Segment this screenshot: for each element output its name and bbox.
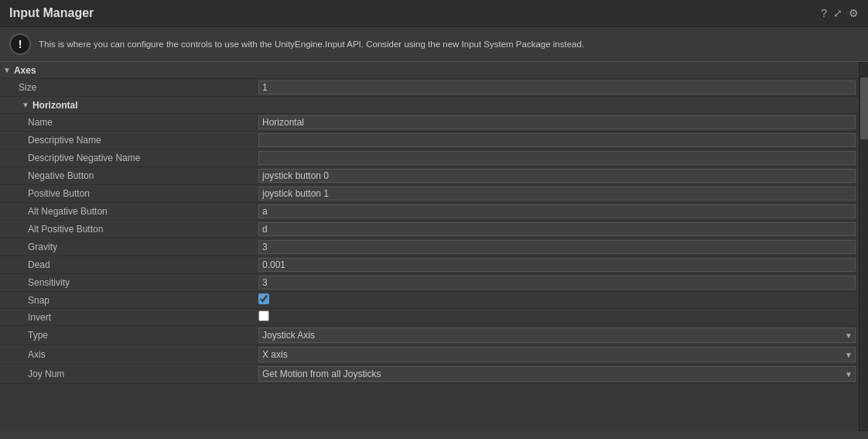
field-value-11 xyxy=(255,309,859,325)
field-label-2: Descriptive Negative Name xyxy=(0,150,255,166)
field-input-5[interactable] xyxy=(258,204,856,218)
field-label-14: Joy Num xyxy=(0,366,255,382)
field-row-12: TypeKey or Mouse ButtonMouse MovementJoy… xyxy=(0,326,859,345)
field-select-13[interactable]: X axisY axis3rd axis4th axis xyxy=(258,347,856,362)
field-label-10: Snap xyxy=(0,293,255,308)
horizontal-fields: NameDescriptive NameDescriptive Negative… xyxy=(0,114,859,384)
field-input-4[interactable] xyxy=(258,187,856,201)
warning-text: This is where you can configure the cont… xyxy=(39,39,584,49)
field-row-2: Descriptive Negative Name xyxy=(0,149,859,167)
field-value-4 xyxy=(255,185,859,202)
field-label-8: Dead xyxy=(0,257,255,273)
field-label-3: Negative Button xyxy=(0,168,255,183)
field-value-6 xyxy=(255,221,859,238)
field-value-13: X axisY axis3rd axis4th axis▼ xyxy=(255,345,859,364)
field-value-12: Key or Mouse ButtonMouse MovementJoystic… xyxy=(255,326,859,345)
field-input-1[interactable] xyxy=(258,133,856,147)
field-row-1: Descriptive Name xyxy=(0,132,859,149)
window-title: Input Manager xyxy=(9,6,94,20)
field-value-0 xyxy=(255,114,859,131)
field-value-9 xyxy=(255,274,859,291)
warning-bar: ! This is where you can configure the co… xyxy=(0,27,868,62)
field-value-3 xyxy=(255,167,859,184)
field-row-3: Negative Button xyxy=(0,167,859,185)
field-row-0: Name xyxy=(0,114,859,132)
field-row-11: Invert xyxy=(0,309,859,326)
field-label-12: Type xyxy=(0,328,255,343)
scrollbar[interactable] xyxy=(859,62,868,431)
field-row-14: Joy NumGet Motion from all JoysticksJoys… xyxy=(0,365,859,384)
size-label: Size xyxy=(0,80,255,95)
field-value-8 xyxy=(255,256,859,273)
size-row: Size xyxy=(0,79,859,97)
title-bar-actions: ? ⤢ ⚙ xyxy=(821,7,859,19)
axes-arrow-icon: ▼ xyxy=(3,66,11,74)
field-value-10 xyxy=(255,292,859,308)
field-row-5: Alt Negative Button xyxy=(0,203,859,221)
field-input-8[interactable] xyxy=(258,258,856,272)
field-label-13: Axis xyxy=(0,347,255,362)
field-row-4: Positive Button xyxy=(0,185,859,203)
field-row-13: AxisX axisY axis3rd axis4th axis▼ xyxy=(0,345,859,365)
field-label-5: Alt Negative Button xyxy=(0,204,255,219)
help-icon[interactable]: ? xyxy=(821,7,827,19)
field-value-7 xyxy=(255,238,859,256)
horizontal-section-header[interactable]: ▼ Horizontal xyxy=(0,97,859,114)
select-wrapper-12: Key or Mouse ButtonMouse MovementJoystic… xyxy=(258,328,856,343)
content-area: ▼ Axes Size ▼ Horizontal NameDescriptive… xyxy=(0,62,868,431)
field-label-4: Positive Button xyxy=(0,186,255,201)
field-row-7: Gravity xyxy=(0,238,859,256)
field-label-9: Sensitivity xyxy=(0,275,255,290)
field-value-14: Get Motion from all JoysticksJoystick 1J… xyxy=(255,365,859,383)
field-input-7[interactable] xyxy=(258,240,856,254)
field-row-6: Alt Positive Button xyxy=(0,221,859,238)
horizontal-label: Horizontal xyxy=(32,100,78,111)
field-value-2 xyxy=(255,149,859,166)
warning-icon: ! xyxy=(9,33,31,55)
size-value-container xyxy=(255,79,859,96)
resize-icon[interactable]: ⤢ xyxy=(833,7,842,19)
field-row-10: Snap xyxy=(0,292,859,309)
field-input-2[interactable] xyxy=(258,151,856,165)
axes-label: Axes xyxy=(14,65,36,76)
scrollbar-thumb[interactable] xyxy=(860,77,868,139)
field-checkbox-11[interactable] xyxy=(258,310,269,321)
select-wrapper-13: X axisY axis3rd axis4th axis▼ xyxy=(258,347,856,362)
field-row-9: Sensitivity xyxy=(0,274,859,292)
size-input[interactable] xyxy=(258,81,856,94)
field-label-6: Alt Positive Button xyxy=(0,221,255,237)
field-select-14[interactable]: Get Motion from all JoysticksJoystick 1J… xyxy=(258,366,856,382)
field-select-12[interactable]: Key or Mouse ButtonMouse MovementJoystic… xyxy=(258,328,856,343)
field-value-1 xyxy=(255,132,859,149)
field-label-7: Gravity xyxy=(0,239,255,255)
field-label-1: Descriptive Name xyxy=(0,132,255,148)
title-bar: Input Manager ? ⤢ ⚙ xyxy=(0,0,868,27)
settings-icon[interactable]: ⚙ xyxy=(849,7,859,19)
field-input-0[interactable] xyxy=(258,115,856,129)
field-input-9[interactable] xyxy=(258,276,856,290)
horizontal-arrow-icon: ▼ xyxy=(22,101,29,109)
inspector-panel: ▼ Axes Size ▼ Horizontal NameDescriptive… xyxy=(0,62,859,431)
axes-section-header[interactable]: ▼ Axes xyxy=(0,62,859,79)
field-input-3[interactable] xyxy=(258,169,856,183)
field-input-6[interactable] xyxy=(258,222,856,236)
select-wrapper-14: Get Motion from all JoysticksJoystick 1J… xyxy=(258,366,856,382)
field-checkbox-10[interactable] xyxy=(258,293,269,304)
field-label-11: Invert xyxy=(0,310,255,325)
field-label-0: Name xyxy=(0,115,255,130)
field-value-5 xyxy=(255,203,859,220)
field-row-8: Dead xyxy=(0,256,859,274)
